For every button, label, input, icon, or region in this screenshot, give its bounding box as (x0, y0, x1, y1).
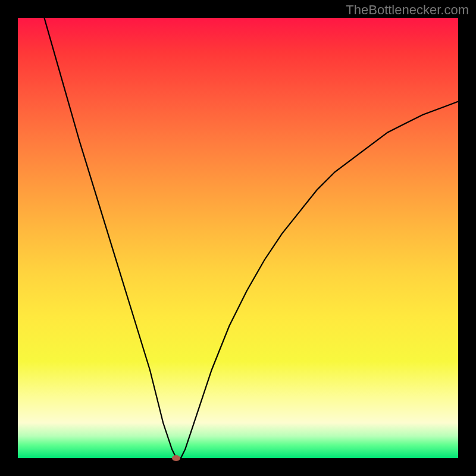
bottleneck-curve (18, 18, 458, 458)
attribution-text: TheBottlenecker.com (346, 2, 469, 18)
optimal-point-marker (172, 455, 180, 461)
chart-plot-area (18, 18, 458, 458)
